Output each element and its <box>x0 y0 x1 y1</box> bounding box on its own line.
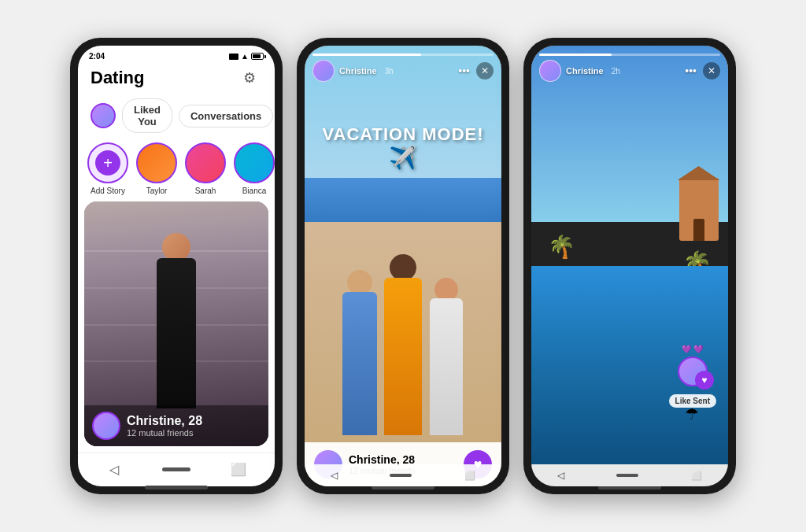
people-group <box>324 254 482 435</box>
taylor-label: Taylor <box>146 187 168 195</box>
story-progress-bar-3 <box>539 54 720 56</box>
story-controls-3: ••• ✕ <box>685 62 720 79</box>
story-item-taylor[interactable]: Taylor <box>136 142 177 195</box>
profile-mutual: 12 mutual friends <box>127 428 261 438</box>
story-screen-3: 🌴 🌴 🌴 🌴 <box>531 46 728 486</box>
vacation-label: VACATION MODE! <box>305 124 501 145</box>
taylor-avatar <box>136 142 177 183</box>
story-back-btn-2[interactable]: ◁ <box>331 470 338 481</box>
story-dots-2[interactable]: ••• <box>458 65 470 77</box>
sarah-avatar <box>185 142 226 183</box>
story-item-sarah[interactable]: Sarah <box>185 142 226 195</box>
story-back-btn-3[interactable]: ◁ <box>557 470 564 481</box>
bottom-nav: ◁ ⬜ <box>78 453 275 486</box>
story-progress-bar <box>312 54 494 56</box>
story-home-pill-3[interactable] <box>616 474 638 477</box>
plane-emoji: ✈️ <box>305 145 501 171</box>
profile-mini-avatar <box>92 412 120 440</box>
phone-bottom-bar <box>145 486 208 490</box>
story-time-3: 2h <box>612 67 620 76</box>
phone-screen-3: 🌴 🌴 🌴 🌴 <box>531 46 728 486</box>
bianca-avatar <box>234 142 275 183</box>
story-controls-2: ••• ✕ <box>458 62 494 79</box>
profile-info-bar: Christine, 28 12 mutual friends <box>84 405 268 446</box>
tabs-row: Liked You Conversations <box>78 95 275 139</box>
tab-liked-you[interactable]: Liked You <box>122 98 172 133</box>
profile-name: Christine, 28 <box>127 414 261 428</box>
story-item-bianca[interactable]: Bianca <box>234 142 275 195</box>
story-header-2: Christine 3h ••• ✕ <box>312 60 494 82</box>
story-dots-3[interactable]: ••• <box>685 65 697 77</box>
person-head <box>162 233 190 261</box>
user-avatar[interactable] <box>91 103 116 128</box>
heart-2: 💜 <box>693 345 703 353</box>
profile-text: Christine, 28 12 mutual friends <box>127 414 261 438</box>
add-icon: + <box>95 150 120 175</box>
phone-notch <box>153 38 200 46</box>
settings-button[interactable]: ⚙ <box>237 65 262 91</box>
square-button[interactable]: ⬜ <box>227 458 250 480</box>
person-3 <box>419 278 474 435</box>
story-username-2: Christine <box>339 66 377 76</box>
vacation-text: VACATION MODE! ✈️ <box>305 124 501 171</box>
story-close-3[interactable]: ✕ <box>703 62 720 79</box>
story-header-3: Christine 2h ••• ✕ <box>539 60 720 82</box>
palm-leaves-1: 🌴 <box>548 236 575 258</box>
like-sent-overlay: 💜 💜 ♥ Like Sent <box>669 345 716 408</box>
story-square-btn-3[interactable]: ⬜ <box>691 471 702 481</box>
story-progress-fill-3 <box>539 54 612 56</box>
phone-3: 🌴 🌴 🌴 🌴 <box>523 38 736 494</box>
story-home-pill-2[interactable] <box>390 474 412 477</box>
story-username-3: Christine <box>566 66 604 76</box>
add-story-label: Add Story <box>91 187 125 195</box>
person-heart-wrap: ♥ <box>678 357 708 386</box>
wifi-icon: ▲ <box>241 52 249 61</box>
profile-card[interactable]: Christine, 28 12 mutual friends <box>84 201 268 446</box>
signal-icon <box>229 54 238 60</box>
story-user-info-3: Christine 2h <box>539 60 620 82</box>
story-nav-bottom-3: ◁ ⬜ <box>531 464 728 486</box>
like-sent-badge: Like Sent <box>669 394 716 408</box>
story-user-info: Christine 3h <box>312 60 394 82</box>
phone-2: Christine 3h ••• ✕ VACATION MODE! ✈️ Chr… <box>297 38 509 494</box>
status-bar: 2:04 ▲ <box>78 46 275 62</box>
battery-icon <box>251 53 264 60</box>
phone-notch-3 <box>606 38 653 46</box>
story-nav-bottom-2: ◁ ⬜ <box>305 464 501 486</box>
stories-row: + Add Story Taylor Sarah Bianca <box>78 139 275 201</box>
floating-hearts: 💜 💜 <box>682 345 703 353</box>
pool-background: 🌴 🌴 🌴 🌴 <box>531 46 728 486</box>
resort-building <box>679 178 719 241</box>
back-button[interactable]: ◁ <box>103 458 125 480</box>
phone-screen-1: 2:04 ▲ Dating ⚙ Liked You Conversations … <box>78 46 275 486</box>
story-square-btn-2[interactable]: ⬜ <box>464 471 475 481</box>
status-icons: ▲ <box>229 52 264 61</box>
story-item-add[interactable]: + Add Story <box>87 142 128 195</box>
person-figure <box>145 225 208 408</box>
app-title: Dating <box>91 68 144 88</box>
sarah-label: Sarah <box>195 187 216 195</box>
phone-screen-2: Christine 3h ••• ✕ VACATION MODE! ✈️ Chr… <box>305 46 501 486</box>
phone-1: 2:04 ▲ Dating ⚙ Liked You Conversations … <box>70 38 283 494</box>
add-story-avatar: + <box>87 142 128 183</box>
story-time-2: 3h <box>385 67 394 76</box>
time-display: 2:04 <box>89 52 105 61</box>
heart-1: 💜 <box>682 345 691 353</box>
bianca-label: Bianca <box>242 187 267 195</box>
story-avatar-2 <box>312 60 335 82</box>
resort-door <box>693 219 704 241</box>
phone-notch-2 <box>379 38 427 46</box>
home-pill[interactable] <box>162 467 190 471</box>
story-close-2[interactable]: ✕ <box>476 62 494 79</box>
person-body <box>157 258 196 408</box>
dating-header: Dating ⚙ <box>78 62 275 95</box>
story-screen-2: Christine 3h ••• ✕ VACATION MODE! ✈️ Chr… <box>305 46 501 486</box>
beach-background <box>305 46 501 486</box>
story-avatar-3 <box>539 60 561 82</box>
story-progress-fill <box>312 54 421 56</box>
tab-conversations[interactable]: Conversations <box>179 105 273 127</box>
heart-badge: ♥ <box>695 371 714 390</box>
